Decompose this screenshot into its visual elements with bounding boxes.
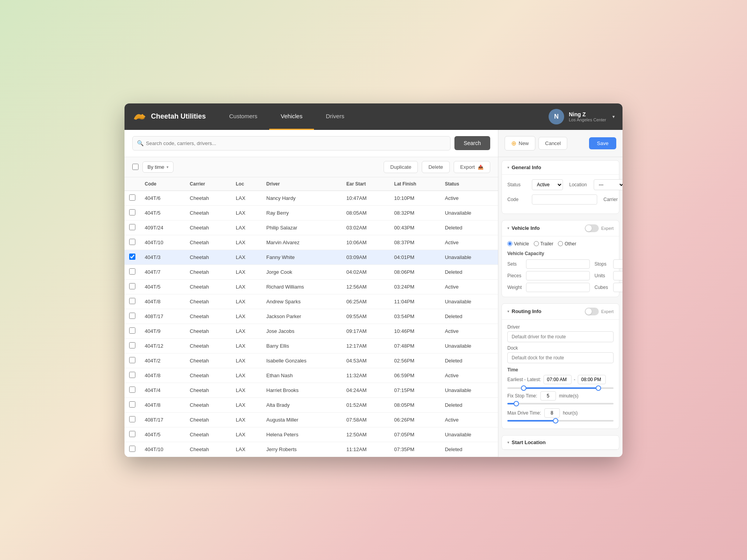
routing-info-body: Driver Dock Time Earliest - Latest: - xyxy=(502,320,619,429)
cell-ear-start: 12:50AM xyxy=(342,427,389,442)
row-checkbox[interactable] xyxy=(129,446,135,452)
units-input[interactable] xyxy=(613,271,622,280)
vehicle-info-header[interactable]: ▾ Vehicle Info Expert xyxy=(502,220,619,236)
sets-input[interactable] xyxy=(526,259,590,269)
row-checkbox[interactable] xyxy=(129,313,135,319)
row-checkbox[interactable] xyxy=(129,416,135,422)
weight-input[interactable] xyxy=(526,283,590,292)
row-checkbox[interactable] xyxy=(129,431,135,437)
row-checkbox[interactable] xyxy=(129,401,135,408)
time-slider-thumb-right[interactable] xyxy=(596,385,601,391)
fix-stop-slider-track[interactable] xyxy=(507,403,614,404)
table-row[interactable]: 404T/2 Cheetah LAX Isabelle Gonzales 04:… xyxy=(124,353,498,368)
duplicate-button[interactable]: Duplicate xyxy=(384,161,418,173)
stops-item: Stops xyxy=(594,259,622,269)
cell-code: 404T/7 xyxy=(140,264,185,279)
new-button[interactable]: ⊕ New xyxy=(505,136,535,150)
filter-select[interactable]: By time ▾ xyxy=(142,161,174,173)
tab-vehicles[interactable]: Vehicles xyxy=(269,103,314,130)
carrier-label: Carrier xyxy=(603,197,622,202)
cell-ear-start: 04:24AM xyxy=(342,383,389,397)
other-radio[interactable] xyxy=(558,241,563,246)
table-row[interactable]: 404T/5 Cheetah LAX Richard Williams 12:5… xyxy=(124,279,498,294)
row-checkbox[interactable] xyxy=(129,268,135,275)
tab-drivers[interactable]: Drivers xyxy=(314,103,356,130)
vehicle-info-toggle[interactable] xyxy=(585,224,599,232)
row-checkbox[interactable] xyxy=(129,194,135,201)
search-bar: 🔍 Search xyxy=(124,130,498,157)
search-input[interactable] xyxy=(132,136,451,150)
cell-carrier: Cheetah xyxy=(185,412,231,427)
cell-code: 404T/6 xyxy=(140,191,185,205)
cubes-input[interactable] xyxy=(613,283,622,292)
table-row[interactable]: 404T/10 Cheetah LAX Jerry Roberts 11:12A… xyxy=(124,442,498,457)
earliest-time-input[interactable] xyxy=(544,375,572,384)
row-checkbox[interactable] xyxy=(129,342,135,348)
search-button[interactable]: Search xyxy=(454,136,490,150)
max-drive-slider-track[interactable] xyxy=(507,420,614,422)
chevron-down-icon[interactable]: ▾ xyxy=(612,114,615,119)
status-select[interactable]: Active Unavailable Deleted xyxy=(532,179,563,190)
table-row[interactable]: 404T/7 Cheetah LAX Jorge Cook 04:02AM 08… xyxy=(124,264,498,279)
max-drive-slider-thumb[interactable] xyxy=(553,418,558,424)
code-input[interactable] xyxy=(532,194,597,205)
stops-input[interactable] xyxy=(613,259,622,269)
table-row[interactable]: 404T/4 Cheetah LAX Harriet Brooks 04:24A… xyxy=(124,383,498,397)
vehicle-radio[interactable] xyxy=(507,241,512,246)
cell-status: Unavailable xyxy=(440,383,498,397)
delete-button[interactable]: Delete xyxy=(422,161,450,173)
table-row[interactable]: 404T/8 Cheetah LAX Alta Brady 01:52AM 08… xyxy=(124,397,498,412)
routing-info-header[interactable]: ▾ Routing Info Expert xyxy=(502,304,619,320)
export-button[interactable]: Export 📤 xyxy=(454,161,490,173)
row-checkbox[interactable] xyxy=(129,327,135,334)
table-row[interactable]: 404T/6 Cheetah LAX Nancy Hardy 10:47AM 1… xyxy=(124,191,498,205)
start-location-header[interactable]: ▾ Start Location xyxy=(502,436,619,450)
row-checkbox[interactable] xyxy=(129,254,135,260)
table-row[interactable]: 408T/17 Cheetah LAX Augusta Miller 07:58… xyxy=(124,412,498,427)
table-row[interactable]: 404T/8 Cheetah LAX Ethan Nash 11:32AM 06… xyxy=(124,368,498,383)
time-slider-fill xyxy=(523,387,598,389)
table-row[interactable]: 404T/12 Cheetah LAX Barry Ellis 12:17AM … xyxy=(124,338,498,353)
table-row[interactable]: 408T/17 Cheetah LAX Jackson Parker 09:55… xyxy=(124,309,498,324)
trailer-radio[interactable] xyxy=(534,241,539,246)
dock-input[interactable] xyxy=(507,352,614,363)
table-row[interactable]: 404T/9 Cheetah LAX Jose Jacobs 09:17AM 1… xyxy=(124,324,498,338)
location-select[interactable]: --- xyxy=(594,179,622,190)
select-all-checkbox[interactable] xyxy=(132,164,139,170)
row-checkbox[interactable] xyxy=(129,372,135,378)
row-checkbox[interactable] xyxy=(129,224,135,230)
time-slider-thumb-left[interactable] xyxy=(521,385,526,391)
row-checkbox[interactable] xyxy=(129,387,135,393)
trailer-radio-option[interactable]: Trailer xyxy=(534,241,554,247)
other-radio-option[interactable]: Other xyxy=(558,241,576,247)
cell-ear-start: 11:32AM xyxy=(342,368,389,383)
save-button[interactable]: Save xyxy=(589,137,616,149)
vehicle-radio-option[interactable]: Vehicle xyxy=(507,241,529,247)
row-checkbox[interactable] xyxy=(129,209,135,215)
max-drive-input[interactable] xyxy=(544,408,560,418)
pieces-input[interactable] xyxy=(526,271,590,280)
table-row[interactable]: 404T/3 Cheetah LAX Fanny White 03:09AM 0… xyxy=(124,250,498,264)
time-slider-track[interactable] xyxy=(507,387,614,389)
fix-stop-slider-thumb[interactable] xyxy=(514,401,519,406)
fix-stop-row: Fix Stop Time: minute(s) xyxy=(507,391,614,401)
table-row[interactable]: 404T/5 Cheetah LAX Ray Berry 08:05AM 08:… xyxy=(124,205,498,220)
latest-time-input[interactable] xyxy=(578,375,606,384)
cell-ear-start: 06:25AM xyxy=(342,294,389,309)
tab-customers[interactable]: Customers xyxy=(217,103,269,130)
table-row[interactable]: 404T/10 Cheetah LAX Marvin Alvarez 10:06… xyxy=(124,235,498,250)
row-checkbox[interactable] xyxy=(129,298,135,304)
table-row[interactable]: 404T/5 Cheetah LAX Helena Peters 12:50AM… xyxy=(124,427,498,442)
row-checkbox[interactable] xyxy=(129,239,135,245)
driver-input[interactable] xyxy=(507,331,614,342)
row-checkbox[interactable] xyxy=(129,357,135,363)
general-info-header[interactable]: ▾ General Info xyxy=(502,161,619,175)
cell-status: Deleted xyxy=(440,442,498,457)
cell-lat-finish: 08:05PM xyxy=(389,397,440,412)
row-checkbox[interactable] xyxy=(129,283,135,289)
cancel-button[interactable]: Cancel xyxy=(538,137,567,150)
fix-stop-input[interactable] xyxy=(540,391,556,401)
table-row[interactable]: 409T/24 Cheetah LAX Philip Salazar 03:02… xyxy=(124,220,498,235)
routing-info-toggle[interactable] xyxy=(585,308,599,315)
table-row[interactable]: 404T/8 Cheetah LAX Andrew Sparks 06:25AM… xyxy=(124,294,498,309)
